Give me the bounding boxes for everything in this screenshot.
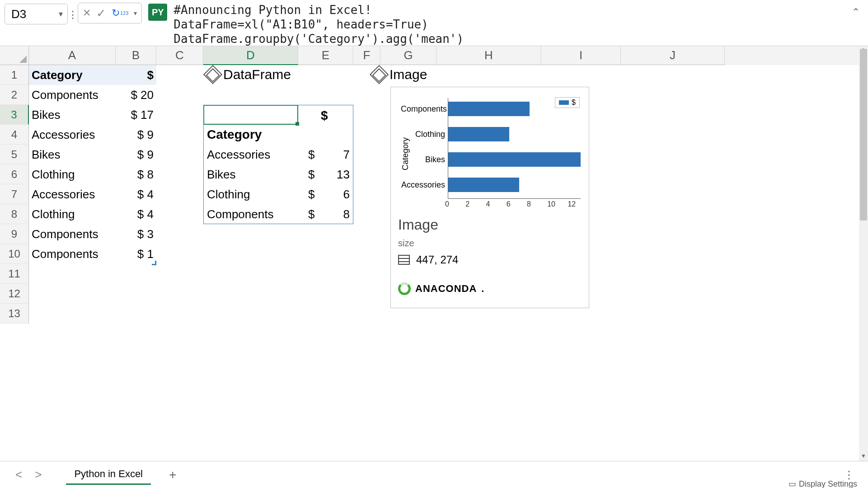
column-header-C[interactable]: C: [156, 46, 203, 65]
column-header-I[interactable]: I: [541, 46, 621, 65]
row-header-9[interactable]: 9: [0, 224, 29, 244]
cell[interactable]: Components: [29, 224, 116, 244]
cell[interactable]: Components: [29, 85, 116, 105]
column-headers[interactable]: ABCDEFGHIJ: [29, 46, 859, 65]
x-tick: 8: [527, 200, 531, 208]
display-settings-button[interactable]: ▭ Display Settings: [788, 479, 857, 488]
column-header-G[interactable]: G: [380, 46, 436, 65]
df-row: Bikes$13: [207, 164, 350, 184]
select-all-corner[interactable]: [0, 46, 29, 65]
row-header-5[interactable]: 5: [0, 145, 29, 164]
row-header-4[interactable]: 4: [0, 125, 29, 145]
cell[interactable]: $ 1: [116, 244, 156, 264]
chart-ylabel: Category: [401, 137, 410, 170]
image-preview-card[interactable]: Category ComponentsClothingBikesAccessor…: [390, 87, 589, 308]
cell[interactable]: Category: [29, 65, 116, 85]
row-headers[interactable]: 12345678910111213: [0, 65, 29, 324]
separator-icon: ⋮: [68, 0, 78, 21]
row-header-10[interactable]: 10: [0, 244, 29, 264]
column-header-E[interactable]: E: [298, 46, 353, 65]
tab-nav-prev[interactable]: <: [9, 468, 28, 482]
chart-bar: [448, 178, 519, 192]
confirm-icon[interactable]: ✓: [96, 6, 106, 20]
column-header-D[interactable]: D: [203, 46, 298, 65]
formula-text[interactable]: #Announcing Python in Excel! DataFrame=x…: [174, 0, 868, 46]
anaconda-brand: ANACONDA.: [398, 282, 484, 295]
row-header-6[interactable]: 6: [0, 164, 29, 184]
row-header-12[interactable]: 12: [0, 284, 29, 304]
df-row: Accessories$7: [207, 145, 350, 164]
vertical-scrollbar[interactable]: ▲ ▼: [859, 46, 868, 461]
bar-label: Bikes: [401, 155, 445, 164]
display-settings-icon: ▭: [788, 479, 796, 488]
chevron-down-icon[interactable]: ▾: [134, 9, 137, 17]
x-tick: 2: [465, 200, 469, 208]
cell[interactable]: Clothing: [29, 164, 116, 184]
row-header-7[interactable]: 7: [0, 184, 29, 204]
cell[interactable]: $ 3: [116, 224, 156, 244]
chart-plot: Category ComponentsClothingBikesAccessor…: [397, 94, 583, 209]
bar-label: Clothing: [401, 130, 445, 139]
cell[interactable]: $ 9: [116, 125, 156, 145]
column-header-A[interactable]: A: [29, 46, 116, 65]
chart-legend: $: [555, 97, 580, 108]
chevron-down-icon[interactable]: ▾: [59, 9, 63, 19]
collapse-formula-icon[interactable]: ⌃: [852, 6, 860, 18]
column-header-B[interactable]: B: [116, 46, 156, 65]
dataframe-object-label[interactable]: DataFrame: [206, 67, 291, 82]
df-row: Clothing$6: [207, 184, 350, 204]
active-cell-selection: [203, 105, 298, 125]
card-title: Image: [398, 216, 438, 233]
add-sheet-button[interactable]: +: [169, 468, 176, 482]
x-tick: 10: [547, 200, 555, 208]
cell[interactable]: Clothing: [29, 204, 116, 224]
row-header-2[interactable]: 2: [0, 85, 29, 105]
row-header-8[interactable]: 8: [0, 204, 29, 224]
card-size-label: size: [398, 238, 414, 249]
cell[interactable]: Bikes: [29, 105, 116, 125]
legend-swatch: [559, 100, 569, 105]
image-object-label[interactable]: Image: [372, 67, 427, 82]
scroll-down-icon[interactable]: ▼: [859, 453, 868, 461]
python-badge: PY: [148, 4, 167, 21]
y-axis-line: [448, 98, 448, 198]
x-tick: 6: [507, 200, 511, 208]
cell[interactable]: $ 20: [116, 85, 156, 105]
name-box[interactable]: D3 ▾: [5, 4, 68, 24]
cell[interactable]: Components: [29, 244, 116, 264]
cell[interactable]: $ 4: [116, 184, 156, 204]
python-output-mode-icon[interactable]: ↻123: [112, 7, 128, 19]
tab-nav-next[interactable]: >: [28, 468, 48, 482]
x-axis-line: [448, 198, 581, 199]
x-tick: 0: [445, 200, 449, 208]
cell[interactable]: $ 17: [116, 105, 156, 125]
bar-label: Accessories: [401, 180, 445, 190]
spreadsheet-grid[interactable]: ABCDEFGHIJ 12345678910111213 DataFrame I…: [0, 46, 868, 461]
x-tick: 4: [486, 200, 490, 208]
column-header-H[interactable]: H: [436, 46, 541, 65]
scrollbar-thumb[interactable]: [860, 49, 867, 221]
cancel-icon[interactable]: ✕: [83, 7, 91, 19]
cells-layer[interactable]: DataFrame Image $ Category Accessories$7…: [29, 65, 859, 461]
df-key-header: Category: [207, 125, 350, 145]
df-row: Components$8: [207, 204, 350, 224]
formula-action-group: ✕ ✓ ↻123 ▾: [78, 3, 142, 23]
row-header-3[interactable]: 3: [0, 105, 29, 125]
cell[interactable]: $ 4: [116, 204, 156, 224]
card-size-value: 447, 274: [398, 253, 458, 266]
row-header-1[interactable]: 1: [0, 65, 29, 85]
row-header-13[interactable]: 13: [0, 304, 29, 324]
cell[interactable]: $ 9: [116, 145, 156, 164]
column-header-F[interactable]: F: [353, 46, 380, 65]
cell[interactable]: $: [116, 65, 156, 85]
cell[interactable]: Accessories: [29, 184, 116, 204]
bar-label: Components: [401, 104, 445, 114]
cell[interactable]: Accessories: [29, 125, 116, 145]
row-header-11[interactable]: 11: [0, 264, 29, 284]
column-header-J[interactable]: J: [621, 46, 725, 65]
cell[interactable]: Bikes: [29, 145, 116, 164]
formula-bar: D3 ▾ ⋮ ✕ ✓ ↻123 ▾ PY #Announcing Python …: [0, 0, 868, 46]
cell[interactable]: $ 8: [116, 164, 156, 184]
df-value-header: $: [321, 108, 328, 123]
sheet-tab-active[interactable]: Python in Excel: [66, 465, 151, 485]
